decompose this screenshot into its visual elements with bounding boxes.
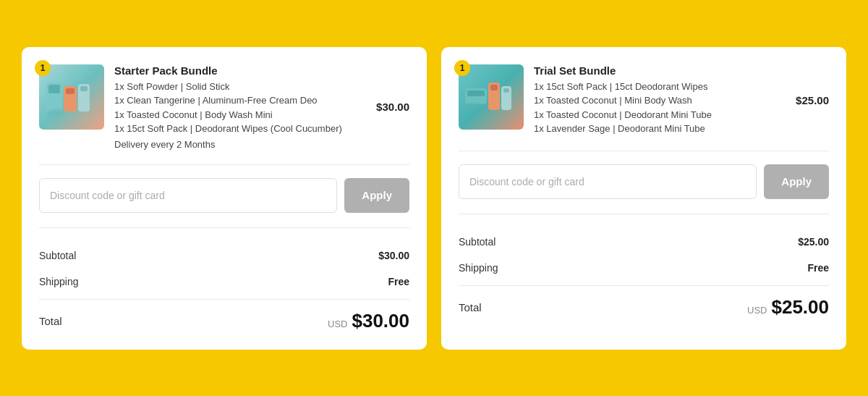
starter-line-3: 1x Toasted Coconut | Body Wash Mini — [114, 108, 366, 122]
starter-shipping-row: Shipping Free — [39, 269, 409, 295]
starter-line-1: 1x Soft Powder | Solid Stick — [114, 80, 366, 94]
starter-total-label: Total — [39, 315, 62, 327]
starter-pack-card: 1 Starter Pack Bundle 1x Soft Powder | S… — [22, 47, 427, 350]
starter-shipping-label: Shipping — [39, 276, 79, 287]
starter-discount-section: Apply — [39, 178, 409, 228]
starter-line-4: 1x 15ct Soft Pack | Deodorant Wipes (Coo… — [114, 122, 366, 136]
starter-pack-badge: 1 — [35, 60, 51, 76]
trial-subtotal-row: Subtotal $25.00 — [459, 229, 829, 255]
trial-subtotal-label: Subtotal — [459, 236, 495, 248]
trial-subtotal-value: $25.00 — [798, 236, 829, 248]
trial-line-3: 1x Toasted Coconut | Deodorant Mini Tube — [534, 108, 786, 122]
trial-shipping-label: Shipping — [459, 262, 498, 274]
trial-set-info: Trial Set Bundle 1x 15ct Soft Pack | 15c… — [534, 64, 786, 136]
svg-rect-5 — [80, 86, 88, 91]
product-image-wrapper: 1 — [39, 64, 104, 130]
trial-line-1: 1x 15ct Soft Pack | 15ct Deodorant Wipes — [534, 80, 786, 94]
starter-pack-svg — [43, 68, 101, 126]
trial-total-row: Total USD $25.00 — [459, 285, 829, 321]
trial-set-image — [459, 64, 524, 130]
trial-set-card: 1 Trial Set Bundle 1x 15ct Soft Pack | 1… — [441, 47, 846, 350]
starter-discount-input[interactable] — [39, 178, 337, 213]
starter-shipping-value: Free — [388, 276, 409, 287]
svg-rect-1 — [48, 85, 60, 93]
starter-subtotal-row: Subtotal $30.00 — [39, 243, 409, 269]
svg-rect-12 — [503, 88, 509, 93]
trial-total-wrapper: USD $25.00 — [747, 296, 829, 319]
svg-rect-10 — [490, 85, 498, 90]
starter-pack-info: Starter Pack Bundle 1x Soft Powder | Sol… — [114, 64, 366, 150]
trial-set-title: Trial Set Bundle — [534, 64, 786, 77]
trial-price: $25.00 — [796, 94, 829, 106]
starter-delivery: Delivery every 2 Months — [114, 139, 366, 150]
starter-pack-title: Starter Pack Bundle — [114, 64, 366, 77]
svg-point-6 — [47, 109, 64, 117]
starter-line-2: 1x Clean Tangerine | Aluminum-Free Cream… — [114, 93, 366, 108]
trial-discount-input[interactable] — [459, 164, 757, 199]
trial-totals: Subtotal $25.00 Shipping Free Total USD … — [459, 229, 829, 335]
trial-total-amount: $25.00 — [771, 296, 829, 319]
trial-line-4: 1x Lavender Sage | Deodorant Mini Tube — [534, 122, 786, 136]
trial-set-svg — [462, 68, 520, 126]
starter-apply-button[interactable]: Apply — [344, 178, 409, 213]
product-section: 1 Starter Pack Bundle 1x Soft Powder | S… — [39, 64, 409, 165]
trial-total-currency: USD — [747, 305, 767, 316]
starter-totals: Subtotal $30.00 Shipping Free Total USD … — [39, 243, 409, 335]
page-wrapper: 1 Starter Pack Bundle 1x Soft Powder | S… — [0, 33, 868, 364]
trial-product-section: 1 Trial Set Bundle 1x 15ct Soft Pack | 1… — [459, 64, 829, 151]
trial-set-badge: 1 — [454, 60, 470, 76]
trial-image-wrapper: 1 — [459, 64, 524, 130]
trial-apply-button[interactable]: Apply — [764, 164, 829, 199]
svg-rect-8 — [467, 90, 485, 96]
starter-subtotal-label: Subtotal — [39, 250, 76, 261]
starter-total-row: Total USD $30.00 — [39, 299, 409, 335]
trial-total-label: Total — [459, 301, 482, 313]
svg-point-13 — [465, 102, 485, 109]
starter-price: $30.00 — [376, 101, 409, 113]
starter-total-amount: $30.00 — [352, 310, 409, 332]
starter-pack-image — [39, 64, 104, 130]
starter-total-currency: USD — [328, 319, 347, 329]
trial-discount-section: Apply — [459, 164, 829, 214]
trial-shipping-row: Shipping Free — [459, 255, 829, 281]
trial-line-2: 1x Toasted Coconut | Mini Body Wash — [534, 93, 786, 108]
svg-rect-3 — [66, 88, 75, 94]
trial-shipping-value: Free — [807, 262, 829, 274]
starter-subtotal-value: $30.00 — [378, 250, 409, 261]
starter-total-wrapper: USD $30.00 — [328, 310, 409, 332]
